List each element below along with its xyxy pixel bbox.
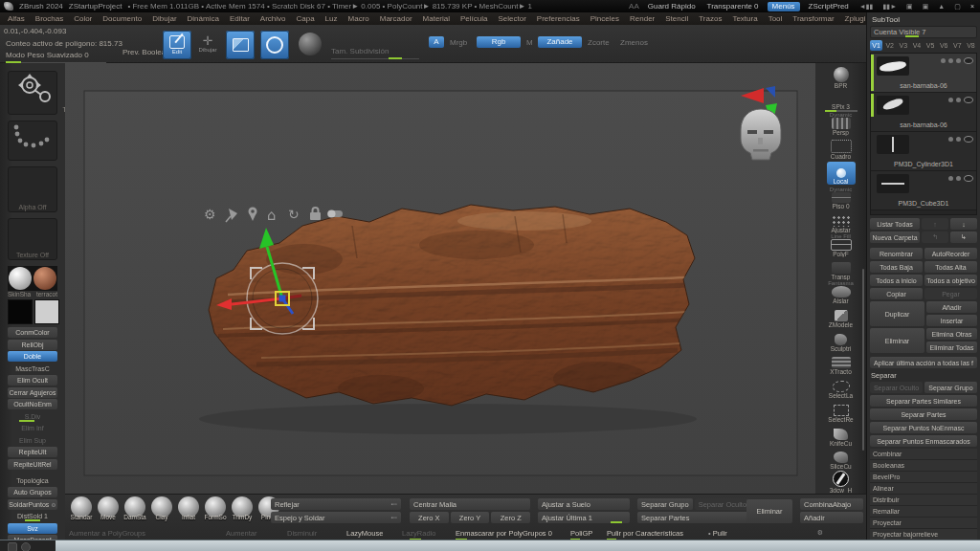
menu-item[interactable]: Trazos	[699, 14, 722, 23]
tab-v7[interactable]: V7	[951, 40, 964, 51]
weld-distance-slider[interactable]: DistSold 1	[8, 511, 57, 521]
new-folder-button[interactable]: Nueva Carpeta	[870, 231, 920, 243]
zmodeler-button[interactable]: ZModele	[819, 304, 863, 328]
append-button[interactable]: Añadir	[926, 301, 977, 313]
menu-item[interactable]: Dibujar	[152, 14, 176, 23]
tab-v2[interactable]: V2	[883, 40, 896, 51]
secondary-color-swatch[interactable]	[34, 299, 59, 324]
brush-thumbnail[interactable]: DamSta	[122, 496, 147, 520]
menu-item[interactable]: Textura	[732, 14, 757, 23]
mrgb-button[interactable]: Mrgb	[450, 38, 467, 47]
material-terracotta[interactable]	[33, 267, 56, 290]
split-parts-button-bottom[interactable]: Separar Partes	[637, 512, 750, 523]
delete-lower-button[interactable]: Elim Inf	[8, 423, 57, 433]
bpr-render-button[interactable]: BPR	[819, 65, 863, 89]
material-skinshade[interactable]	[9, 267, 32, 290]
frame-button[interactable]: Cuadro	[819, 136, 863, 160]
eye-icon[interactable]	[964, 57, 973, 64]
append-button-bottom[interactable]: Añadir	[800, 512, 863, 523]
floor-button[interactable]: Dynamic Piso 0	[819, 187, 863, 210]
eye-icon[interactable]	[964, 97, 973, 103]
brush-thumbnail[interactable]: Standar	[69, 496, 94, 520]
remesh-section[interactable]: Remallar	[870, 506, 977, 518]
stroke-thumbnail[interactable]: Dots	[8, 121, 57, 161]
solo-button[interactable]: Fantasma Aislar	[819, 280, 863, 304]
polygp-button[interactable]: PoliGP	[570, 529, 592, 538]
split-similar-button[interactable]: Separar Partes Similares	[870, 395, 977, 407]
shrink-button[interactable]: Disminuir	[287, 529, 317, 538]
paste-button[interactable]: Pegar	[924, 288, 977, 299]
menu-item[interactable]: Transformar	[792, 14, 834, 23]
auto-groups-button[interactable]: Auto Grupos	[8, 487, 57, 497]
autoreorder-button[interactable]: AutoReorder	[924, 248, 977, 259]
move-out-button[interactable]: ↳	[950, 231, 977, 243]
toggle-icon[interactable]	[327, 210, 343, 218]
delete-hidden-button[interactable]: Elim Ocult	[8, 375, 57, 386]
gear-icon[interactable]: ⚙	[204, 207, 216, 222]
project-section[interactable]: Proyectar	[870, 518, 977, 529]
zsub-button[interactable]: Zmenos	[620, 38, 648, 47]
move-up-button[interactable]: ↑	[922, 218, 948, 230]
menu-item[interactable]: Selector	[498, 14, 525, 23]
zcut-button[interactable]: Zcorte	[588, 38, 610, 47]
restore-window-icon[interactable]: ▢	[952, 3, 963, 11]
brush-thumbnail[interactable]: Move	[96, 496, 121, 520]
menus-toggle-button[interactable]: Menús	[768, 2, 800, 11]
split-masked-button[interactable]: Separar Puntos Enmascarados	[870, 435, 977, 447]
split-hidden-button[interactable]: Separar Oculto	[870, 382, 923, 393]
menu-item[interactable]: Película	[460, 14, 487, 23]
menu-item[interactable]: Material	[423, 14, 450, 23]
snap-to-floor-button[interactable]: Ajustar a Suelo	[538, 498, 630, 510]
alpha-thumbnail[interactable]: Alpha Off	[8, 166, 57, 212]
all-high-button[interactable]: Todas Alta	[924, 261, 977, 273]
insert-button[interactable]: Insertar	[926, 315, 977, 326]
tray-toggle-icon[interactable]	[8, 542, 17, 551]
current-tool-thumbnail[interactable]: Transpose	[8, 71, 57, 115]
subtool-item[interactable]: san-barnaba-06	[871, 54, 976, 93]
select-lasso-button[interactable]: SelectLa	[819, 375, 863, 399]
menu-item[interactable]: Capa	[296, 14, 314, 23]
lazyradius-slider[interactable]: LazyRadio	[402, 529, 435, 538]
menu-item[interactable]: Alfas	[8, 14, 25, 23]
boolean-section[interactable]: Booleanas	[870, 460, 977, 472]
sdiv-slider[interactable]: S.Div	[8, 411, 57, 422]
delete-button[interactable]: Eliminar	[870, 328, 924, 353]
delete-others-button[interactable]: Elimina Otras	[926, 328, 977, 340]
svz-button[interactable]: Svz	[8, 523, 57, 534]
bottom-status-bar[interactable]	[0, 540, 980, 551]
apply-last-action-button[interactable]: Aplicar última acción a todas las f	[870, 357, 977, 368]
menu-item[interactable]: Editar	[230, 14, 250, 23]
duplicate-button[interactable]: Duplicar	[870, 301, 924, 326]
reset-rotation-icon[interactable]: ↻	[288, 207, 300, 222]
grow-polygroups-button[interactable]: Aumentar a PolyGroups	[69, 529, 145, 538]
weight-mode-slider[interactable]: Modo Peso Suavizado 0	[6, 51, 106, 63]
double-button[interactable]: Doble	[8, 351, 57, 362]
menu-item[interactable]: Render	[630, 14, 655, 23]
transparency-button[interactable]: Transp	[819, 257, 863, 281]
tab-v5[interactable]: V5	[924, 40, 937, 51]
repeat-last-button[interactable]: RepiteUlt	[8, 447, 57, 457]
m-button[interactable]: M	[526, 38, 533, 47]
rgb-button[interactable]: Rgb	[477, 36, 521, 48]
eye-icon[interactable]	[964, 175, 973, 182]
merge-down-button[interactable]: CombinaAbajo	[800, 498, 863, 510]
move-gizmo-button[interactable]	[226, 31, 255, 59]
tab-v6[interactable]: V6	[938, 40, 950, 51]
lazymouse-button[interactable]: LazyMouse	[346, 529, 383, 538]
close-icon[interactable]: ×	[969, 3, 976, 10]
brush-thumbnail[interactable]: TrimDy	[230, 496, 255, 520]
all-low-button[interactable]: Todas Baja	[870, 261, 923, 273]
rename-button[interactable]: Renombrar	[870, 248, 923, 259]
rotate-gizmo-button[interactable]	[260, 31, 289, 59]
split-group-button-bottom[interactable]: Separar Grupo	[637, 498, 693, 510]
quick-save-button[interactable]: Guard Rápido	[645, 2, 699, 11]
repeat-last-rel-button[interactable]: RepiteUltRel	[8, 459, 57, 470]
transparent-slider[interactable]: Transparente 0	[704, 2, 762, 11]
all-start-button[interactable]: Todos a inicio	[870, 275, 923, 286]
split-section-header[interactable]: Separar	[871, 371, 977, 380]
dynamic-persp-button[interactable]: Dynamic Persp	[819, 112, 863, 136]
menu-item[interactable]: Zplugin	[845, 14, 866, 23]
list-all-button[interactable]: Listar Todas	[870, 218, 920, 230]
subtool-title[interactable]: SubTool	[872, 15, 977, 24]
fill-object-button[interactable]: RellObj	[8, 340, 57, 350]
